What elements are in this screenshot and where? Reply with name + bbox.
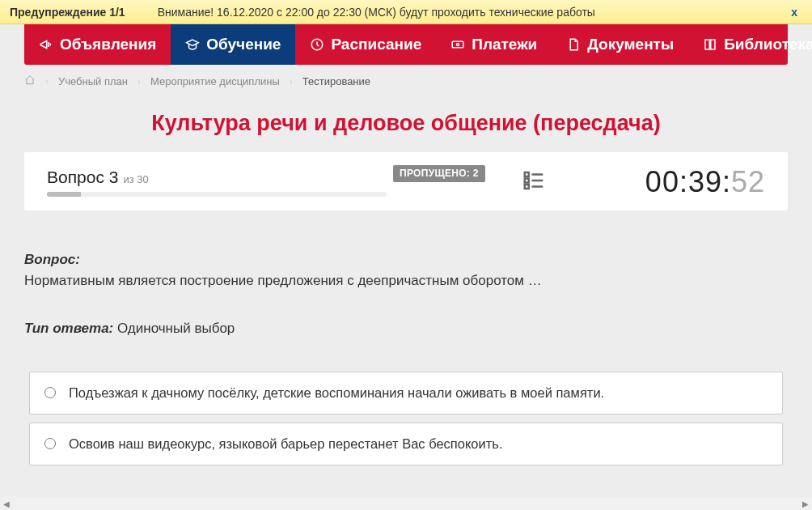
svg-rect-7: [524, 185, 528, 189]
question-total: из 30: [123, 173, 148, 185]
breadcrumb-link[interactable]: Учебный план: [58, 75, 128, 87]
chevron-right-icon: [136, 75, 142, 87]
question-block: Вопрос: Нормативным является построение …: [24, 249, 788, 339]
page-title: Культура речи и деловое общение (пересда…: [24, 111, 788, 136]
nav-schedule[interactable]: Расписание: [295, 24, 436, 65]
test-status-card: Вопрос 3 из 30 ПРОПУЩЕНО: 2 00:39:52: [24, 152, 788, 210]
alert-message: Внимание! 16.12.2020 с 22:00 до 22:30 (М…: [158, 6, 787, 19]
doc-icon: [566, 37, 581, 52]
clock-icon: [310, 37, 324, 52]
breadcrumb: Учебный план Мероприятие дисциплины Тест…: [0, 65, 812, 91]
horizontal-scrollbar[interactable]: ◀ ▶: [0, 497, 812, 510]
chevron-right-icon: [44, 75, 50, 87]
breadcrumb-current: Тестирование: [302, 75, 370, 87]
answer-option[interactable]: Подъезжая к дачному посёлку, детские вос…: [29, 372, 783, 414]
answer-option[interactable]: Освоив наш видеокурс, языковой барьер пе…: [29, 423, 783, 465]
nav-learning[interactable]: Обучение: [171, 24, 295, 65]
answer-type-label: Тип ответа:: [24, 321, 113, 336]
nav-label: Расписание: [331, 36, 421, 53]
nav-library[interactable]: Библиотека: [688, 24, 812, 65]
breadcrumb-link[interactable]: Мероприятие дисциплины: [150, 75, 280, 87]
nav-label: Библиотека: [724, 36, 812, 53]
main-nav: Объявления Обучение Расписание Платежи Д…: [24, 24, 788, 65]
question-text: Нормативным является построение предложе…: [24, 270, 788, 291]
progress-fill: [47, 192, 81, 197]
answer-text: Подъезжая к дачному посёлку, детские вос…: [69, 385, 604, 401]
answer-text: Освоив наш видеокурс, языковой барьер пе…: [69, 436, 503, 452]
megaphone-icon: [39, 37, 53, 52]
question-label: Вопрос:: [24, 252, 80, 267]
answer-type-value: Одиночный выбор: [117, 321, 235, 336]
answers-list: Подъезжая к дачному посёлку, детские вос…: [29, 372, 783, 465]
question-list-icon[interactable]: [522, 168, 546, 196]
book-icon: [703, 37, 717, 52]
nav-label: Обучение: [206, 36, 281, 53]
svg-rect-3: [524, 172, 528, 176]
nav-label: Платежи: [472, 36, 537, 53]
alert-close-button[interactable]: x: [786, 6, 802, 19]
question-number-label: Вопрос 3: [47, 168, 118, 187]
timer: 00:39:52: [645, 165, 765, 198]
home-icon[interactable]: [24, 74, 36, 88]
nav-documents[interactable]: Документы: [552, 24, 688, 65]
skipped-badge: ПРОПУЩЕНО: 2: [393, 165, 485, 182]
svg-point-2: [457, 44, 459, 46]
progress-bar: [47, 192, 387, 197]
chevron-right-icon: [288, 75, 294, 87]
scroll-right-arrow[interactable]: ▶: [799, 497, 812, 510]
answer-radio[interactable]: [44, 438, 56, 449]
nav-announcements[interactable]: Объявления: [24, 24, 171, 65]
nav-label: Документы: [587, 36, 674, 53]
answer-radio[interactable]: [44, 387, 56, 398]
nav-label: Объявления: [60, 36, 156, 53]
alert-bar: Предупреждение 1/1 Внимание! 16.12.2020 …: [0, 0, 812, 24]
gradcap-icon: [185, 37, 200, 52]
svg-rect-5: [524, 179, 528, 183]
app-viewport[interactable]: Предупреждение 1/1 Внимание! 16.12.2020 …: [0, 0, 812, 510]
nav-payments[interactable]: Платежи: [436, 24, 552, 65]
alert-title: Предупреждение 1/1: [10, 6, 125, 19]
cash-icon: [450, 37, 465, 52]
svg-rect-1: [452, 41, 463, 48]
scroll-left-arrow[interactable]: ◀: [0, 497, 13, 510]
